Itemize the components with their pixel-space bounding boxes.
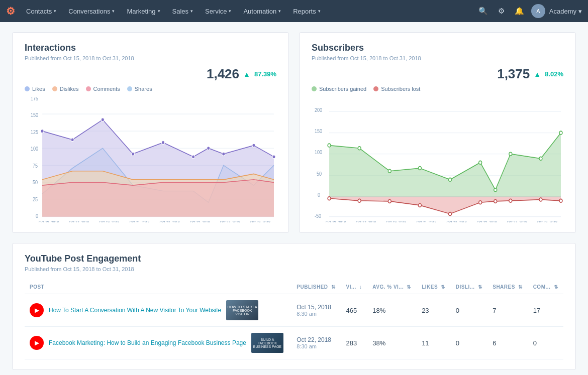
svg-point-68	[494, 200, 497, 203]
svg-point-57	[494, 188, 497, 192]
youtube-table: POST PUBLISHED ⇅ VI... ↓ AVG. % VI... ⇅	[25, 280, 563, 359]
gained-dot	[312, 86, 317, 91]
main-content: Interactions Published from Oct 15, 2018…	[0, 22, 588, 375]
subscribers-change: 8.02%	[545, 70, 563, 78]
svg-text:25: 25	[33, 196, 38, 202]
nav-service[interactable]: Service ▾	[200, 0, 236, 22]
col-views[interactable]: VI... ↓	[341, 280, 368, 294]
svg-point-27	[252, 144, 255, 147]
dislikes-2: 0	[451, 327, 488, 359]
svg-text:0: 0	[318, 192, 320, 198]
legend-gained: Subscribers gained	[312, 86, 366, 92]
svg-text:175: 175	[31, 97, 38, 101]
col-dislikes[interactable]: DISLI... ⇅	[451, 280, 488, 294]
avg-vi-2: 38%	[367, 327, 417, 359]
subscribers-title: Subscribers	[312, 43, 563, 53]
svg-point-51	[328, 144, 331, 147]
col-post: POST	[25, 280, 291, 294]
chevron-down-icon: ▾	[278, 9, 281, 14]
svg-point-66	[449, 212, 452, 216]
svg-text:Oct 25, 2018: Oct 25, 2018	[190, 220, 210, 222]
svg-text:Oct 15, 2018: Oct 15, 2018	[326, 220, 346, 222]
charts-row: Interactions Published from Oct 15, 2018…	[12, 32, 576, 233]
svg-text:Oct 19, 2018: Oct 19, 2018	[99, 220, 119, 222]
svg-text:0: 0	[36, 213, 38, 219]
svg-text:Oct 29, 2018: Oct 29, 2018	[250, 220, 270, 222]
svg-text:Oct 23, 2018: Oct 23, 2018	[447, 220, 467, 222]
youtube-subtitle: Published from Oct 15, 2018 to Oct 31, 2…	[25, 266, 563, 272]
legend-comments: Comments	[86, 86, 120, 92]
svg-text:Oct 19, 2018: Oct 19, 2018	[386, 220, 406, 222]
svg-text:100: 100	[31, 146, 38, 152]
published-2: Oct 22, 2018 8:30 am	[291, 327, 341, 359]
sort-icon: ⇅	[331, 284, 336, 290]
svg-text:150: 150	[31, 112, 38, 118]
avatar[interactable]: A	[531, 4, 545, 18]
thumb-text-1: HOW TO START A FACEBOOK VISITOR	[226, 300, 258, 320]
hubspot-logo: ⚙	[6, 5, 15, 17]
settings-icon[interactable]: ⚙	[495, 7, 508, 16]
shares-2: 6	[487, 327, 528, 359]
nav-right-section: 🔍 ⚙ 🔔 A Academy ▾	[475, 4, 582, 18]
interactions-subtitle: Published from Oct 15, 2018 to Oct 31, 2…	[25, 55, 276, 61]
legend-dislikes: Dislikes	[52, 86, 79, 92]
nav-sales[interactable]: Sales ▾	[167, 0, 199, 22]
svg-point-56	[479, 161, 482, 164]
svg-text:150: 150	[315, 128, 322, 134]
col-likes[interactable]: LIKES ⇅	[417, 280, 451, 294]
interactions-change: 87.39%	[254, 70, 276, 78]
svg-point-59	[539, 157, 542, 160]
views-2: 283	[341, 327, 368, 359]
chevron-down-icon: ▾	[158, 9, 160, 14]
svg-text:50: 50	[317, 171, 322, 177]
nav-conversations[interactable]: Conversations ▾	[63, 0, 120, 22]
svg-text:-50: -50	[315, 213, 321, 219]
chevron-down-icon: ▾	[112, 9, 115, 14]
nav-reports[interactable]: Reports ▾	[288, 0, 326, 22]
col-comments[interactable]: COM... ⇅	[528, 280, 563, 294]
sort-icon: ⇅	[554, 284, 558, 290]
shares-1: 7	[487, 294, 528, 327]
col-published[interactable]: PUBLISHED ⇅	[291, 280, 341, 294]
sort-icon: ↓	[359, 284, 362, 290]
post-link-2[interactable]: Facebook Marketing: How to Build an Enga…	[49, 339, 246, 346]
nav-contacts[interactable]: Contacts ▾	[21, 0, 61, 22]
svg-point-69	[509, 199, 512, 202]
svg-point-28	[272, 155, 275, 159]
chevron-down-icon: ▾	[578, 8, 582, 15]
svg-marker-18	[42, 180, 274, 217]
svg-text:Oct 25, 2018: Oct 25, 2018	[477, 220, 497, 222]
youtube-section: YouTube Post Engagement Published from O…	[12, 243, 576, 370]
post-link-1[interactable]: How To Start A Conversation With A New V…	[49, 307, 221, 314]
chevron-down-icon: ▾	[54, 9, 56, 14]
notifications-icon[interactable]: 🔔	[512, 7, 527, 16]
col-shares[interactable]: SHARES ⇅	[487, 280, 528, 294]
youtube-icon: ▶	[30, 336, 44, 350]
svg-marker-50	[329, 133, 561, 197]
svg-text:50: 50	[33, 179, 38, 185]
subscribers-card: Subscribers Published from Oct 15, 2018 …	[299, 32, 576, 233]
sort-icon: ⇅	[441, 284, 445, 290]
published-1: Oct 15, 2018 8:30 am	[291, 294, 341, 327]
svg-text:125: 125	[31, 129, 38, 135]
svg-point-19	[41, 130, 44, 133]
svg-point-20	[71, 138, 74, 142]
nav-marketing[interactable]: Marketing ▾	[122, 0, 165, 22]
sort-icon: ⇅	[518, 284, 523, 290]
col-avg-vi[interactable]: AVG. % VI... ⇅	[367, 280, 417, 294]
nav-automation[interactable]: Automation ▾	[238, 0, 286, 22]
interactions-legend: Likes Dislikes Comments Shares	[25, 86, 276, 92]
top-navigation: ⚙ Contacts ▾ Conversations ▾ Marketing ▾…	[0, 0, 588, 22]
user-menu[interactable]: Academy ▾	[549, 8, 582, 15]
svg-point-58	[509, 152, 512, 156]
table-row: ▶ Facebook Marketing: How to Build an En…	[25, 327, 563, 359]
likes-2: 11	[417, 327, 451, 359]
svg-text:Oct 27, 2018: Oct 27, 2018	[220, 220, 240, 222]
subscribers-metric: 1,375 ▲ 8.02%	[312, 66, 563, 82]
svg-point-23	[162, 141, 165, 145]
chevron-down-icon: ▾	[318, 9, 321, 14]
dislikes-dot	[52, 86, 57, 91]
svg-text:Oct 15, 2018: Oct 15, 2018	[39, 220, 59, 222]
svg-point-24	[192, 155, 195, 159]
search-icon[interactable]: 🔍	[475, 7, 491, 16]
